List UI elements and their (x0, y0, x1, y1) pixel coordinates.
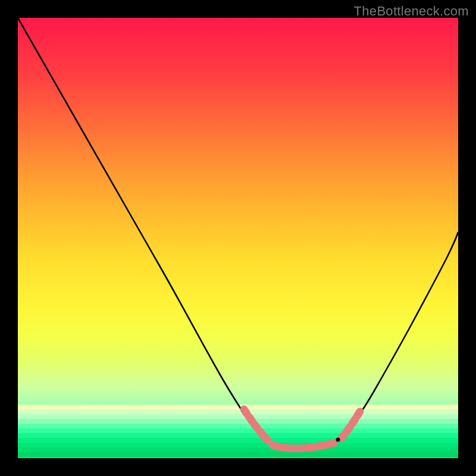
watermark-text: TheBottleneck.com (354, 4, 469, 19)
chart-plot-area (18, 18, 458, 458)
chart-stage: TheBottleneck.com (0, 0, 476, 476)
curve-marker-dot (336, 438, 340, 442)
highlight-bottom-icon (273, 443, 334, 449)
highlight-right-icon (342, 411, 361, 438)
bottleneck-curve (18, 18, 458, 449)
highlight-left-icon (244, 409, 268, 440)
chart-svg (18, 18, 458, 458)
